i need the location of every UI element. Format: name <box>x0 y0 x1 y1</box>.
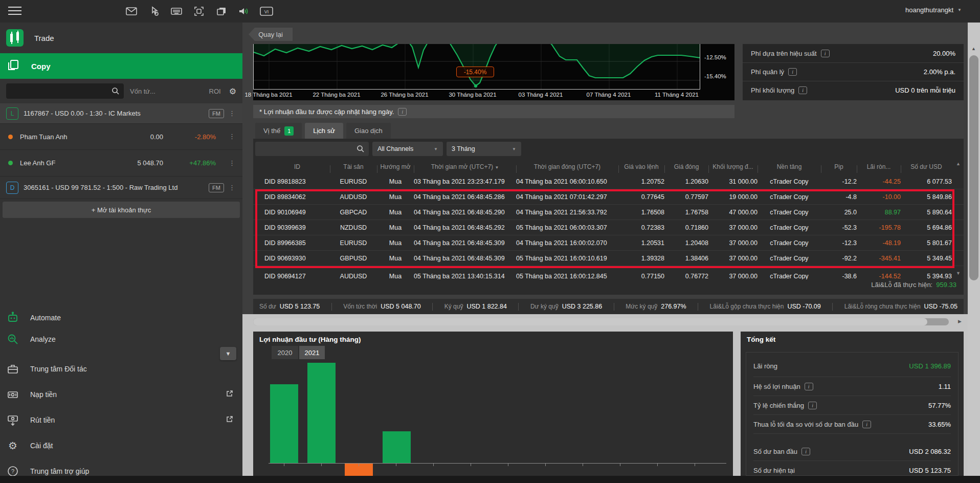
strategy-row-pham-tuan-anh[interactable]: Pham Tuan Anh 0.00 -2.80% ⋮ <box>0 124 242 150</box>
roi-chart-panel: -15.40% 18 Tháng ba 2021 22 Tháng ba 202… <box>253 44 734 100</box>
sidebar-item-analyze[interactable]: Analyze <box>0 328 242 350</box>
column-header-roi[interactable]: ROI <box>209 87 221 95</box>
info-icon[interactable]: i <box>788 68 797 76</box>
horizontal-scrollbar[interactable]: ▶ <box>253 317 964 326</box>
demo-account-badge: D <box>6 182 18 194</box>
scroll-up-icon[interactable]: ▲ <box>956 161 961 166</box>
tab-history[interactable]: Lịch sử <box>305 123 343 139</box>
scroll-right-icon[interactable]: ▶ <box>958 319 962 324</box>
account-row-demo[interactable]: D 3065161 - USD 99 781.52 - 1:500 - Raw … <box>0 177 242 199</box>
status-unrealized-gross-pnl: Lãi&Lỗ gộp chưa thực hiệnUSD -70.09 <box>710 303 821 310</box>
info-icon[interactable]: i <box>862 421 871 428</box>
summary-win-rate: Tỷ lệ chiến thắngi 57.77% <box>753 396 951 415</box>
info-icon[interactable]: i <box>821 50 830 57</box>
back-button[interactable]: Quay lại <box>249 28 293 41</box>
trade-icon <box>6 29 24 47</box>
scroll-up-icon[interactable]: ▲ <box>971 46 976 51</box>
sidebar-item-partner-center[interactable]: Trung tâm Đối tác <box>0 358 242 380</box>
scrollbar-thumb[interactable] <box>969 55 978 280</box>
account-status-bar: Số dưUSD 5 123.75 Vốn tức thờiUSD 5 048.… <box>253 299 964 314</box>
channel-filter-dropdown[interactable]: All Channels▼ <box>372 142 443 156</box>
fee-row-performance: Phí dựa trên hiệu suấti 20.00% <box>743 44 964 62</box>
col-close-price[interactable]: Giá đóng <box>664 163 708 170</box>
col-platform[interactable]: Nền tảng <box>758 163 821 170</box>
info-icon[interactable]: i <box>798 86 807 94</box>
search-icon <box>112 87 120 95</box>
keyboard-icon[interactable] <box>169 4 184 19</box>
kebab-menu-icon[interactable]: ⋮ <box>229 162 235 164</box>
sidebar-item-deposit[interactable]: Nạp tiền <box>0 384 242 405</box>
year-tab-2020[interactable]: 2020 <box>272 346 298 359</box>
table-row[interactable]: DID 89818823EURUSDMua03 Tháng ba 2021 23… <box>253 174 964 189</box>
col-net-profit[interactable]: Lãi ròn... <box>857 163 901 170</box>
kebab-menu-icon[interactable]: ⋮ <box>229 113 235 115</box>
svg-text:VI: VI <box>264 9 269 14</box>
info-icon[interactable]: i <box>805 383 813 390</box>
tab-transactions[interactable]: Giao dịch <box>346 123 391 139</box>
table-rows-viewport: DID 89818823EURUSDMua03 Tháng ba 2021 23… <box>253 174 964 279</box>
kebab-menu-icon[interactable]: ⋮ <box>229 136 235 138</box>
col-entry-price[interactable]: Giá vào lệnh <box>618 163 664 170</box>
col-asset[interactable]: Tài sản <box>330 163 377 170</box>
col-direction[interactable]: Hướng mở <box>377 163 414 170</box>
col-id[interactable]: ID <box>253 163 330 170</box>
language-icon[interactable]: VI <box>259 4 274 19</box>
mail-icon[interactable] <box>124 4 139 19</box>
hamburger-menu-icon[interactable] <box>8 7 21 16</box>
status-balance: Số dưUSD 5 123.75 <box>259 303 320 310</box>
gear-icon: ⚙ <box>6 439 19 452</box>
info-icon[interactable]: i <box>808 402 817 409</box>
gear-icon[interactable]: ⚙ <box>229 86 236 96</box>
strategy-roi: +47.86% <box>189 159 216 167</box>
info-icon[interactable]: i <box>801 448 810 455</box>
speaker-icon[interactable] <box>236 4 252 19</box>
year-tab-2021[interactable]: 2021 <box>299 346 325 359</box>
summary-current-balance: Số dư hiện tại USD 5 123.75 <box>753 461 951 476</box>
sidebar-item-withdraw[interactable]: Rút tiền <box>0 409 242 431</box>
col-pip[interactable]: Pip <box>821 163 857 170</box>
table-row[interactable]: DID 90399639NZDUSDMua04 Tháng ba 2021 06… <box>253 220 964 235</box>
col-open-time[interactable]: Thời gian mở (UTC+7) ▼ <box>414 163 516 170</box>
sidebar-item-settings[interactable]: ⚙ Cài đặt <box>0 435 242 456</box>
panel-title: Lợi nhuận đầu tư (Hàng tháng) <box>259 336 361 343</box>
monthly-profit-panel: Lợi nhuận đầu tư (Hàng tháng) 2020 2021 <box>253 332 733 476</box>
copy-icon <box>6 58 20 74</box>
info-icon[interactable]: i <box>398 108 407 116</box>
table-row[interactable]: DID 90693930GBPUSDMua04 Tháng ba 2021 06… <box>253 251 964 266</box>
fee-row-management: Phí quản lýi 2.00% p.a. <box>743 62 964 81</box>
vertical-scrollbar[interactable]: ▲ <box>968 23 980 476</box>
table-row[interactable]: DID 89834062AUDUSDMua04 Tháng ba 2021 06… <box>253 189 964 205</box>
col-balance[interactable]: Số dư USD <box>901 163 952 170</box>
col-volume[interactable]: Khối lượng đ... <box>708 163 758 170</box>
sidebar-search-input[interactable] <box>6 83 124 99</box>
fullscreen-icon[interactable] <box>191 4 207 19</box>
table-row[interactable]: DID 90694127AUDUSDMua05 Tháng ba 2021 13… <box>253 269 964 279</box>
account-label: 3065161 - USD 99 781.52 - 1:500 - Raw Tr… <box>24 184 177 191</box>
period-filter-dropdown[interactable]: 3 Tháng▼ <box>447 142 521 156</box>
roi-chart-plot[interactable]: -15.40% <box>253 44 700 90</box>
tab-positions[interactable]: Vị thế1 <box>255 123 302 139</box>
account-row-live[interactable]: L 1167867 - USD 0.00 - 1:30 - IC Markets… <box>0 103 242 124</box>
open-live-account-button[interactable]: + Mở tài khoản thực <box>3 202 240 218</box>
table-row[interactable]: DID 90106949GBPCADMua04 Tháng ba 2021 06… <box>253 205 964 220</box>
windows-layout-icon[interactable] <box>214 4 229 19</box>
strategy-row-lee-anh-gf[interactable]: Lee Anh GF 5 048.70 +47.86% ⋮ <box>0 150 242 177</box>
user-menu[interactable]: hoangthutrangkt ▼ <box>905 6 962 14</box>
chart-tooltip: -15.40% <box>456 67 494 77</box>
sidebar-item-trade[interactable]: Trade <box>0 23 242 53</box>
scroll-down-icon[interactable]: ▼ <box>956 271 961 276</box>
collapse-sidebar-button[interactable]: ▼ <box>220 347 236 360</box>
table-row[interactable]: DID 89966385EURUSDMua04 Tháng ba 2021 06… <box>253 235 964 251</box>
bar-feb[interactable] <box>307 363 336 463</box>
bar-apr[interactable] <box>383 431 411 463</box>
sidebar-item-label: Trung tâm trợ giúp <box>30 467 89 475</box>
sidebar-item-copy[interactable]: Copy <box>0 53 242 79</box>
kebab-menu-icon[interactable]: ⋮ <box>229 187 235 189</box>
col-close-time[interactable]: Thời gian đóng (UTC+7) <box>516 163 618 170</box>
bar-jan[interactable] <box>270 384 298 463</box>
scrollbar-thumb[interactable] <box>253 318 927 325</box>
table-search-input[interactable] <box>255 142 369 156</box>
sidebar-item-automate[interactable]: Automate <box>0 307 242 328</box>
pointer-settings-icon[interactable] <box>146 4 162 19</box>
column-header-equity: Vốn tứ... <box>130 87 155 95</box>
